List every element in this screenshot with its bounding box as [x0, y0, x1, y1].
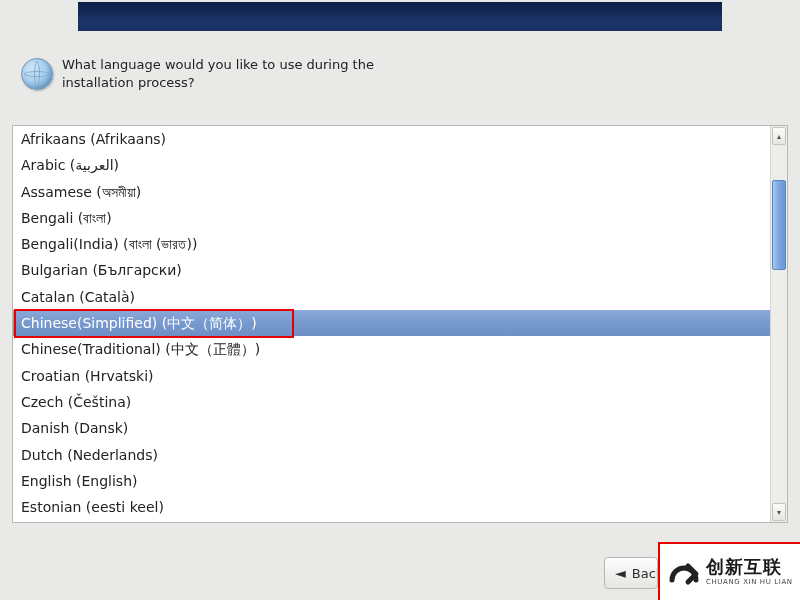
list-item[interactable]: Bulgarian (Български)	[13, 257, 770, 283]
watermark-text-en: CHUANG XIN HU LIAN	[706, 578, 793, 586]
list-item[interactable]: Estonian (eesti keel)	[13, 494, 770, 520]
watermark: 创新互联 CHUANG XIN HU LIAN	[658, 542, 800, 600]
scroll-up-button[interactable]: ▴	[772, 127, 786, 145]
scroll-track[interactable]	[772, 146, 786, 502]
list-item[interactable]: Arabic (العربية)	[13, 152, 770, 178]
scroll-thumb[interactable]	[772, 180, 786, 270]
list-item[interactable]: Croatian (Hrvatski)	[13, 363, 770, 389]
prompt-text: What language would you like to use duri…	[62, 55, 374, 91]
list-item[interactable]: Finnish (suomi)	[13, 520, 770, 522]
list-item[interactable]: Dutch (Nederlands)	[13, 442, 770, 468]
prompt-row: What language would you like to use duri…	[18, 55, 374, 93]
back-button-label: Back	[632, 566, 658, 581]
header-banner	[78, 2, 722, 31]
prompt-line1: What language would you like to use duri…	[62, 57, 374, 72]
list-item[interactable]: Bengali (বাংলা)	[13, 205, 770, 231]
arrow-left-icon: ◄	[615, 565, 626, 581]
watermark-text-cn: 创新互联	[706, 558, 793, 576]
scroll-down-button[interactable]: ▾	[772, 503, 786, 521]
scrollbar[interactable]: ▴ ▾	[770, 126, 787, 522]
list-item[interactable]: Czech (Čeština)	[13, 389, 770, 415]
list-item[interactable]: Assamese (অসমীয়া)	[13, 179, 770, 205]
list-item[interactable]: Afrikaans (Afrikaans)	[13, 126, 770, 152]
language-list[interactable]: Afrikaans (Afrikaans)Arabic (العربية)Ass…	[12, 125, 788, 523]
list-item[interactable]: Chinese(Traditional) (中文（正體）)	[13, 336, 770, 362]
back-button[interactable]: ◄ Back	[604, 557, 658, 589]
list-item[interactable]: Bengali(India) (বাংলা (ভারত))	[13, 231, 770, 257]
list-item[interactable]: Danish (Dansk)	[13, 415, 770, 441]
watermark-logo-icon	[666, 554, 702, 590]
list-item[interactable]: English (English)	[13, 468, 770, 494]
prompt-line2: installation process?	[62, 75, 195, 90]
list-item[interactable]: Chinese(Simplified) (中文（简体）)	[13, 310, 770, 336]
globe-icon	[18, 55, 56, 93]
list-item[interactable]: Catalan (Català)	[13, 284, 770, 310]
